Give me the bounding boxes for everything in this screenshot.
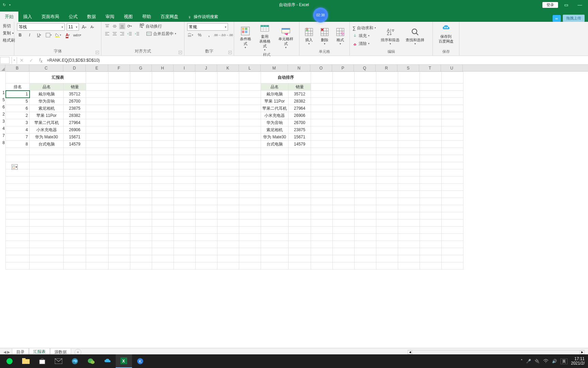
paste-options-icon[interactable]: 📋▾ xyxy=(12,164,18,170)
cell[interactable] xyxy=(420,255,442,262)
cell[interactable] xyxy=(130,148,152,155)
cell[interactable] xyxy=(174,91,196,98)
cell[interactable] xyxy=(152,248,174,255)
cell[interactable] xyxy=(261,191,289,198)
cell[interactable] xyxy=(376,155,398,162)
cell[interactable] xyxy=(442,255,463,262)
cell[interactable] xyxy=(355,112,376,119)
cell[interactable] xyxy=(152,141,174,148)
cell[interactable] xyxy=(398,91,420,98)
cell[interactable] xyxy=(261,248,289,255)
cell[interactable] xyxy=(86,219,109,227)
cell[interactable] xyxy=(217,234,239,241)
cell[interactable]: 14579 xyxy=(289,141,311,148)
cell[interactable]: 2 xyxy=(6,112,30,119)
cell[interactable] xyxy=(196,112,217,119)
cell[interactable] xyxy=(6,255,30,262)
cell[interactable] xyxy=(217,119,239,126)
cell[interactable] xyxy=(174,205,196,212)
column-header[interactable]: M xyxy=(261,65,288,71)
cell[interactable] xyxy=(174,219,196,227)
phonetic-button[interactable]: wén▾ xyxy=(74,32,80,38)
cell[interactable] xyxy=(398,262,420,270)
cell[interactable] xyxy=(289,262,311,270)
cell[interactable] xyxy=(86,112,109,119)
cell[interactable] xyxy=(376,112,398,119)
baidu-netdisk-icon[interactable] xyxy=(99,354,116,368)
cell[interactable] xyxy=(355,155,376,162)
cell[interactable] xyxy=(376,177,398,184)
cell[interactable] xyxy=(6,177,30,184)
cell[interactable] xyxy=(376,241,398,248)
cell[interactable] xyxy=(64,177,86,184)
cell[interactable] xyxy=(289,227,311,234)
cell[interactable]: 索尼相机 xyxy=(30,105,64,112)
decrease-font-icon[interactable]: A▾ xyxy=(89,24,95,30)
cell[interactable] xyxy=(376,205,398,212)
cell[interactable] xyxy=(398,219,420,227)
cell[interactable]: 华为 Mate30 xyxy=(30,134,64,141)
cell[interactable] xyxy=(333,155,355,162)
cell[interactable] xyxy=(109,126,130,134)
column-header[interactable]: Q xyxy=(354,65,376,71)
cell[interactable] xyxy=(109,112,130,119)
cell[interactable] xyxy=(355,148,376,155)
cell[interactable] xyxy=(152,177,174,184)
cell[interactable] xyxy=(64,198,86,205)
cell[interactable] xyxy=(420,162,442,169)
cell[interactable] xyxy=(333,98,355,105)
column-header[interactable]: N xyxy=(288,65,310,71)
cell[interactable] xyxy=(376,255,398,262)
cell[interactable]: 小米充电器 xyxy=(261,112,289,119)
cell[interactable] xyxy=(109,212,130,219)
cell[interactable] xyxy=(217,177,239,184)
cell[interactable] xyxy=(174,191,196,198)
cell[interactable] xyxy=(333,212,355,219)
cell[interactable] xyxy=(239,198,261,205)
cell[interactable] xyxy=(355,177,376,184)
cell[interactable] xyxy=(217,126,239,134)
cell[interactable] xyxy=(217,262,239,270)
cell[interactable] xyxy=(86,205,109,212)
cell[interactable] xyxy=(174,198,196,205)
cell[interactable] xyxy=(152,126,174,134)
cell[interactable] xyxy=(152,198,174,205)
drag-upload-button[interactable]: 拖拽上传 xyxy=(563,15,585,22)
cell[interactable] xyxy=(64,227,86,234)
cell[interactable]: 1 xyxy=(6,91,30,98)
cell[interactable] xyxy=(333,162,355,169)
cell[interactable] xyxy=(376,212,398,219)
cell[interactable] xyxy=(152,241,174,248)
cell[interactable] xyxy=(109,191,130,198)
cell[interactable] xyxy=(64,148,86,155)
tray-mic-icon[interactable]: 🎤 xyxy=(526,359,531,364)
copy-button[interactable]: 复制▾ xyxy=(3,30,11,36)
wechat-icon[interactable] xyxy=(83,354,99,368)
cell[interactable] xyxy=(376,191,398,198)
cell[interactable] xyxy=(196,177,217,184)
tray-wifi-icon[interactable] xyxy=(543,359,549,363)
dialog-launcher-icon[interactable]: ⌐ xyxy=(96,51,99,54)
cell[interactable] xyxy=(261,169,289,177)
cell[interactable] xyxy=(376,141,398,148)
cell[interactable] xyxy=(239,169,261,177)
cell[interactable] xyxy=(196,241,217,248)
cell[interactable] xyxy=(217,198,239,205)
cell[interactable]: 26906 xyxy=(64,126,86,134)
cell[interactable] xyxy=(86,212,109,219)
cloud-icon[interactable]: ∞ xyxy=(553,15,561,22)
cell[interactable] xyxy=(109,169,130,177)
cell[interactable] xyxy=(30,219,64,227)
cell[interactable] xyxy=(355,119,376,126)
cell[interactable] xyxy=(196,169,217,177)
cell[interactable] xyxy=(333,148,355,155)
cell[interactable] xyxy=(6,262,30,270)
cell[interactable]: 华为音响 xyxy=(30,98,64,105)
cell[interactable] xyxy=(217,141,239,148)
cell[interactable] xyxy=(6,184,30,191)
merge-center-button[interactable]: 合并后居中▾ xyxy=(146,31,176,37)
cell[interactable] xyxy=(217,184,239,191)
cell[interactable] xyxy=(109,119,130,126)
cell[interactable] xyxy=(152,155,174,162)
dialog-launcher-icon[interactable]: ⌐ xyxy=(179,51,182,54)
